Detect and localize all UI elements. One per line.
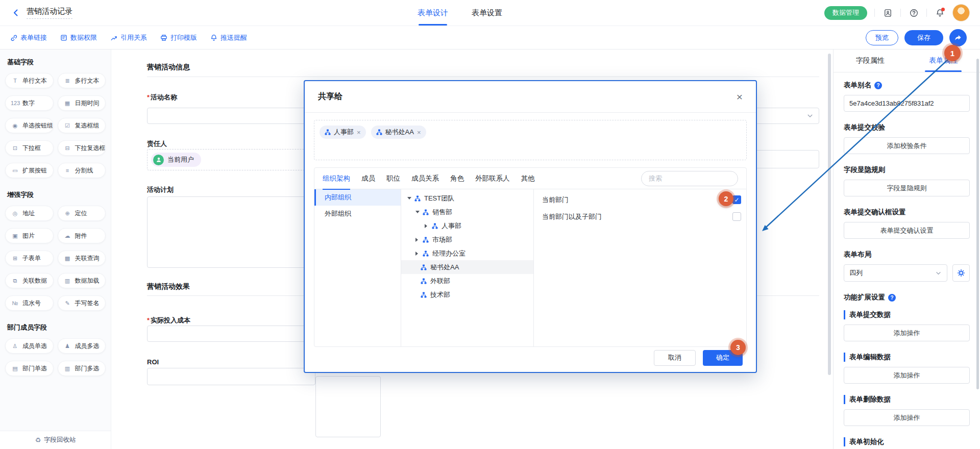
plan-textarea[interactable] [147, 196, 315, 268]
layout-select[interactable]: 四列 [844, 264, 947, 282]
field-type-button[interactable]: ◎地址 [5, 206, 54, 221]
save-button[interactable]: 保存 [904, 30, 943, 45]
field-type-button[interactable]: ▭扩展按钮 [5, 163, 54, 178]
field-type-button[interactable]: ⊟下拉复选框 [58, 140, 106, 156]
print-template-button[interactable]: 打印模版 [160, 33, 197, 42]
add-action-button[interactable]: 添加操作 [844, 367, 970, 384]
remove-chip-icon[interactable]: × [357, 129, 361, 136]
field-type-button[interactable]: ⧉关联数据 [5, 273, 54, 288]
checkbox-checked[interactable]: ✓ [732, 195, 741, 204]
submit-confirm-button[interactable]: 表单提交确认设置 [844, 222, 970, 239]
field-type-button[interactable]: 123数字 [5, 95, 54, 111]
tab-positions[interactable]: 职位 [386, 168, 400, 189]
field-type-icon: ≣ [63, 78, 72, 84]
field-type-button[interactable]: ▩关联查询 [58, 251, 106, 266]
avatar[interactable] [952, 4, 970, 21]
department-options: 当前部门 ✓ 当前部门以及子部门 [534, 189, 746, 346]
field-type-button[interactable]: ⊕定位 [58, 206, 106, 221]
cancel-button[interactable]: 取消 [654, 350, 696, 366]
tab-form-settings[interactable]: 表单设置 [472, 0, 502, 26]
search-input[interactable] [649, 174, 739, 182]
remove-chip-icon[interactable]: × [417, 129, 421, 136]
close-icon[interactable]: × [737, 91, 743, 102]
tab-external-contacts[interactable]: 外部联系人 [475, 168, 510, 189]
org-category-list: 内部组织 外部组织 [314, 189, 401, 346]
add-validation-button[interactable]: 添加校验条件 [844, 137, 970, 154]
notification-bell-icon[interactable] [934, 7, 945, 18]
field-type-button[interactable]: ▦日期时间 [58, 95, 106, 111]
tree-node-tech[interactable]: 技术部 [401, 288, 533, 302]
field-type-button[interactable]: №流水号 [5, 295, 54, 311]
preview-button[interactable]: 预览 [866, 30, 898, 45]
help-circle-icon[interactable]: ? [888, 294, 896, 302]
field-type-button[interactable]: ⊞子表单 [5, 251, 54, 266]
visibility-rules-button[interactable]: 字段显隐规则 [844, 180, 970, 196]
field-type-button[interactable]: ♙成员单选 [5, 338, 54, 354]
form-link-button[interactable]: 表单链接 [10, 33, 47, 42]
tab-others[interactable]: 其他 [521, 168, 535, 189]
expand-closed-icon[interactable] [415, 252, 423, 256]
tree-node-liaison[interactable]: 外联部 [401, 274, 533, 288]
tab-field-properties[interactable]: 字段属性 [834, 49, 907, 72]
partially-hidden-textarea[interactable] [315, 376, 381, 437]
canvas-scrollbar[interactable] [828, 54, 831, 375]
cost-input[interactable] [147, 326, 315, 342]
search-box[interactable] [641, 171, 738, 186]
field-recycle-bin[interactable]: ♻字段回收站 [0, 431, 111, 449]
org-category-external[interactable]: 外部组织 [314, 206, 401, 222]
share-button[interactable] [949, 29, 967, 46]
field-type-button[interactable]: ▥数据加载 [58, 273, 106, 288]
expand-open-icon[interactable] [415, 211, 423, 213]
tree-node-secretary[interactable]: 秘书处AA [401, 260, 533, 274]
option-current-department[interactable]: 当前部门 ✓ [534, 191, 746, 208]
expand-open-icon[interactable] [407, 197, 414, 199]
selected-chip[interactable]: 秘书处AA× [371, 126, 426, 139]
help-icon[interactable] [908, 7, 919, 18]
owner-field[interactable]: 当前用户 [147, 149, 315, 170]
field-type-button[interactable]: ⊡下拉框 [5, 140, 54, 156]
field-type-button[interactable]: ♟成员多选 [58, 338, 106, 354]
field-type-button[interactable]: ◉单选按钮组 [5, 118, 54, 133]
expand-closed-icon[interactable] [425, 224, 432, 228]
field-type-button[interactable]: ☑复选框组 [58, 118, 106, 133]
field-type-button[interactable]: ✎手写签名 [58, 295, 106, 311]
form-alias-input[interactable] [844, 95, 970, 112]
field-type-button[interactable]: ▤部门单选 [5, 361, 54, 376]
tree-node-hr[interactable]: 人事部 [401, 219, 533, 233]
tree-node-sales[interactable]: 销售部 [401, 205, 533, 219]
tab-member-relations[interactable]: 成员关系 [411, 168, 439, 189]
field-type-button[interactable]: ▥部门多选 [58, 361, 106, 376]
add-action-button[interactable]: 添加操作 [844, 409, 970, 426]
tree-node-manager-office[interactable]: 经理办公室 [401, 246, 533, 260]
field-type-button[interactable]: ≣多行文本 [58, 73, 106, 88]
expand-closed-icon[interactable] [415, 238, 423, 242]
field-type-button[interactable]: ☁附件 [58, 228, 106, 243]
data-permission-button[interactable]: 数据权限 [60, 33, 97, 42]
selected-chip[interactable]: 人事部× [320, 126, 366, 139]
current-user-chip[interactable]: 当前用户 [151, 153, 201, 167]
layout-gear-button[interactable] [952, 264, 970, 282]
contacts-icon[interactable] [882, 7, 893, 18]
tab-org-structure[interactable]: 组织架构 [323, 168, 350, 189]
back-button[interactable] [10, 7, 21, 18]
reference-relation-button[interactable]: 引用关系 [110, 33, 147, 42]
data-manage-button[interactable]: 数据管理 [824, 6, 867, 20]
tab-form-design[interactable]: 表单设计 [418, 0, 448, 26]
checkbox-unchecked[interactable] [732, 212, 741, 221]
properties-scrollbar[interactable] [976, 59, 979, 389]
option-current-and-sub-departments[interactable]: 当前部门以及子部门 [534, 208, 746, 225]
field-type-button[interactable]: ≡分割线 [58, 163, 106, 178]
push-reminder-button[interactable]: 推送提醒 [210, 33, 247, 42]
selected-targets-box[interactable]: 人事部× 秘书处AA× [314, 120, 747, 160]
add-action-button[interactable]: 添加操作 [844, 325, 970, 341]
tree-node-marketing[interactable]: 市场部 [401, 233, 533, 246]
field-type-button[interactable]: ▣图片 [5, 228, 54, 243]
help-circle-icon[interactable]: ? [874, 82, 882, 89]
tree-node-test-team[interactable]: TEST团队 [401, 191, 533, 205]
tab-form-properties[interactable]: 表单属性 [907, 49, 980, 72]
tab-members[interactable]: 成员 [361, 168, 375, 189]
org-category-internal[interactable]: 内部组织 [314, 189, 401, 206]
field-type-button[interactable]: T单行文本 [5, 73, 54, 88]
roi-input[interactable] [147, 368, 315, 385]
tab-roles[interactable]: 角色 [450, 168, 464, 189]
